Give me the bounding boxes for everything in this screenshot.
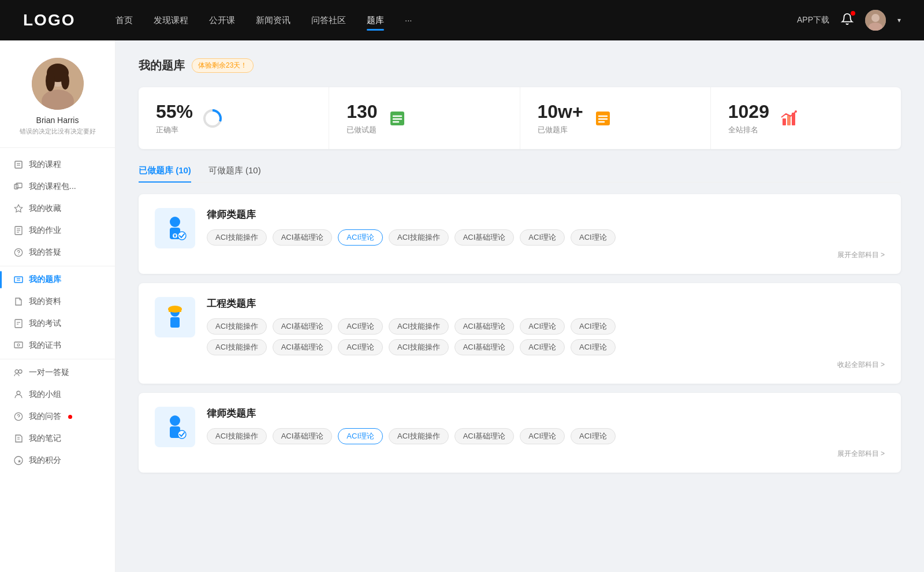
tag-0-4[interactable]: ACI基础理论	[454, 229, 515, 246]
sidebar: Brian Harris 错误的决定比没有决定要好 我的课程	[0, 40, 116, 572]
tag-1-0[interactable]: ACI技能操作	[207, 318, 267, 335]
app-header: LOGO 首页 发现课程 公开课 新闻资讯 问答社区 题库 ··· APP下载 …	[0, 0, 924, 40]
svg-point-1	[871, 14, 880, 22]
nav-home[interactable]: 首页	[116, 13, 133, 28]
stat-accuracy: 55% 正确率	[139, 87, 329, 149]
tag-0-5[interactable]: ACI理论	[520, 229, 565, 246]
tag-1-3[interactable]: ACI技能操作	[389, 318, 449, 335]
svg-rect-13	[16, 183, 22, 188]
tag-1-r2-6[interactable]: ACI理论	[571, 339, 616, 355]
tab-available[interactable]: 可做题库 (10)	[208, 165, 261, 182]
svg-point-30	[18, 370, 22, 373]
one-one-icon	[14, 368, 23, 377]
star-icon	[14, 204, 23, 213]
tag-2-0[interactable]: ACI技能操作	[207, 428, 267, 444]
tag-1-4[interactable]: ACI基础理论	[454, 318, 515, 335]
expand-btn-2[interactable]: 展开全部科目 >	[207, 449, 885, 459]
svg-point-52	[170, 217, 180, 227]
tag-0-1[interactable]: ACI基础理论	[273, 229, 333, 246]
tag-1-r2-5[interactable]: ACI理论	[520, 339, 565, 355]
tag-0-6[interactable]: ACI理论	[571, 229, 616, 246]
note-icon	[14, 434, 23, 443]
sidebar-item-group[interactable]: 我的小组	[0, 384, 115, 406]
expand-btn-0[interactable]: 展开全部科目 >	[207, 250, 885, 260]
stat-rank-value: 1029	[728, 101, 769, 122]
tag-1-2[interactable]: ACI理论	[338, 318, 383, 335]
qbank-tags1-row1: ACI技能操作 ACI基础理论 ACI理论 ACI技能操作 ACI基础理论 AC…	[207, 318, 885, 335]
notification-bell[interactable]	[841, 13, 854, 28]
tag-1-r2-1[interactable]: ACI基础理论	[273, 339, 333, 355]
svg-text:★: ★	[17, 459, 21, 464]
nav-discover[interactable]: 发现课程	[154, 13, 188, 28]
bar-chart-icon	[778, 108, 799, 129]
tag-1-5[interactable]: ACI理论	[520, 318, 565, 335]
nav-qbank[interactable]: 题库	[367, 13, 384, 28]
sidebar-item-answer[interactable]: 我的答疑	[0, 242, 115, 263]
tag-1-r2-0[interactable]: ACI技能操作	[207, 339, 267, 355]
tag-2-4[interactable]: ACI基础理论	[454, 428, 515, 444]
svg-rect-27	[14, 342, 23, 348]
tag-0-2[interactable]: ACI理论	[338, 229, 383, 246]
trial-badge: 体验剩余23天！	[192, 58, 254, 73]
sidebar-menu: 我的课程 我的课程包... 我的收藏	[0, 154, 115, 471]
tag-0-3[interactable]: ACI技能操作	[389, 229, 449, 246]
sidebar-item-collection[interactable]: 我的收藏	[0, 198, 115, 220]
sidebar-item-course[interactable]: 我的课程	[0, 154, 115, 176]
sidebar-label-one-one: 一对一答疑	[29, 367, 69, 378]
sidebar-item-cert[interactable]: 我的证书	[0, 335, 115, 356]
tag-2-2[interactable]: ACI理论	[338, 428, 383, 444]
nav-qa[interactable]: 问答社区	[311, 13, 346, 28]
user-avatar[interactable]	[865, 10, 886, 31]
qbank-tags-2: ACI技能操作 ACI基础理论 ACI理论 ACI技能操作 ACI基础理论 AC…	[207, 428, 885, 444]
qbank-icon-lawyer-0	[155, 208, 195, 248]
qbank-header-0: 律师类题库 ACI技能操作 ACI基础理论 ACI理论 ACI技能操作 ACI基…	[155, 208, 885, 260]
qbank-icon	[14, 275, 23, 284]
qbank-body-2: 律师类题库 ACI技能操作 ACI基础理论 ACI理论 ACI技能操作 ACI基…	[207, 407, 885, 459]
nav-open-course[interactable]: 公开课	[209, 13, 235, 28]
logo[interactable]: LOGO	[23, 11, 81, 29]
divider-1	[0, 266, 115, 266]
user-menu-chevron[interactable]: ▾	[897, 16, 901, 24]
sidebar-item-one-one[interactable]: 一对一答疑	[0, 362, 115, 384]
tag-1-r2-4[interactable]: ACI基础理论	[454, 339, 515, 355]
qbank-title-1: 工程类题库	[207, 297, 885, 310]
sidebar-label-myqa: 我的问答	[29, 411, 61, 422]
svg-point-19	[14, 248, 22, 256]
tag-2-3[interactable]: ACI技能操作	[389, 428, 449, 444]
stat-rank-label: 全站排名	[728, 125, 769, 135]
tag-2-5[interactable]: ACI理论	[520, 428, 565, 444]
pie-chart-icon	[202, 108, 223, 129]
qbank-header-2: 律师类题库 ACI技能操作 ACI基础理论 ACI理论 ACI技能操作 ACI基…	[155, 407, 885, 459]
tag-1-r2-3[interactable]: ACI技能操作	[389, 339, 449, 355]
sidebar-item-homework[interactable]: 我的作业	[0, 220, 115, 242]
sidebar-item-exam[interactable]: 我的考试	[0, 313, 115, 335]
sidebar-item-notes[interactable]: 我的笔记	[0, 428, 115, 450]
qbank-body-0: 律师类题库 ACI技能操作 ACI基础理论 ACI理论 ACI技能操作 ACI基…	[207, 208, 885, 260]
sidebar-profile: Brian Harris 错误的决定比没有决定要好	[0, 58, 115, 148]
sidebar-item-points[interactable]: ★ 我的积分	[0, 450, 115, 471]
main-content: 我的题库 体验剩余23天！ 55% 正确率	[116, 40, 924, 572]
app-download-btn[interactable]: APP下载	[797, 15, 829, 25]
sidebar-item-myqa[interactable]: 我的问答	[0, 406, 115, 428]
stat-done-q-value: 130	[346, 101, 377, 122]
qa-unread-dot	[68, 415, 72, 419]
tag-1-1[interactable]: ACI基础理论	[273, 318, 333, 335]
tag-2-1[interactable]: ACI基础理论	[273, 428, 333, 444]
nav-more[interactable]: ···	[405, 13, 412, 28]
tag-2-6[interactable]: ACI理论	[571, 428, 616, 444]
tag-1-6[interactable]: ACI理论	[571, 318, 616, 335]
tag-1-r2-2[interactable]: ACI理论	[338, 339, 383, 355]
collapse-btn-1[interactable]: 收起全部科目 >	[207, 360, 885, 370]
tabs-row: 已做题库 (10) 可做题库 (10)	[139, 165, 901, 183]
sidebar-label-qbank: 我的题库	[29, 274, 61, 285]
sidebar-item-qbank[interactable]: 我的题库	[0, 269, 115, 291]
tab-done[interactable]: 已做题库 (10)	[139, 165, 191, 182]
svg-point-32	[14, 413, 22, 420]
sidebar-item-package[interactable]: 我的课程包...	[0, 176, 115, 198]
bell-dot	[851, 11, 855, 16]
tag-0-0[interactable]: ACI技能操作	[207, 229, 267, 246]
stat-done-b-label: 已做题库	[538, 125, 583, 135]
sidebar-item-material[interactable]: 我的资料	[0, 291, 115, 313]
nav-news[interactable]: 新闻资讯	[256, 13, 290, 28]
svg-rect-48	[783, 118, 786, 125]
